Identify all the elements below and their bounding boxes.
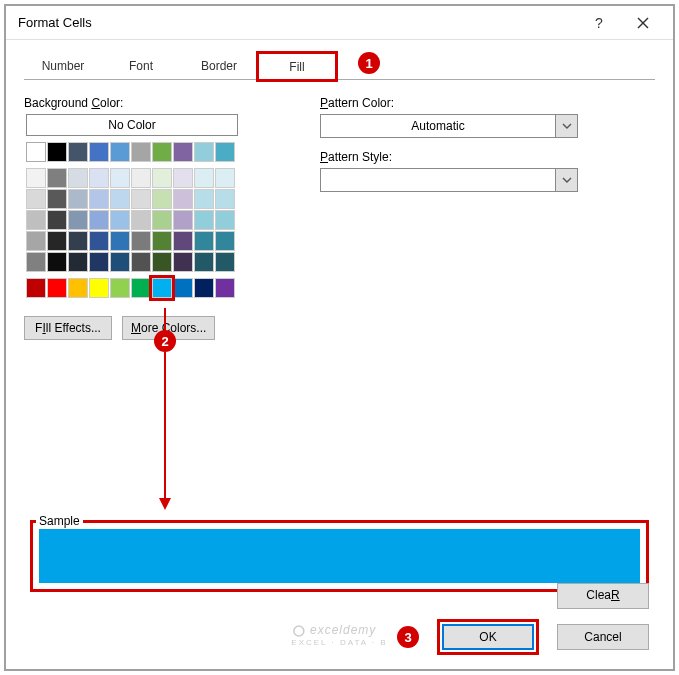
callout-1: 1: [358, 52, 380, 74]
color-swatch[interactable]: [152, 210, 172, 230]
color-swatch[interactable]: [215, 189, 235, 209]
clear-row: CleaR: [557, 583, 649, 609]
color-swatch[interactable]: [47, 210, 67, 230]
color-swatch[interactable]: [68, 210, 88, 230]
pattern-group: Pattern Color: Automatic Pattern Style:: [320, 94, 655, 340]
color-swatch[interactable]: [68, 278, 88, 298]
color-swatch[interactable]: [131, 210, 151, 230]
ok-highlight: OK: [437, 619, 539, 655]
pattern-style-select[interactable]: [320, 168, 578, 192]
color-swatch[interactable]: [152, 278, 172, 298]
tab-fill[interactable]: Fill: [258, 53, 336, 80]
color-swatch[interactable]: [215, 231, 235, 251]
color-swatch[interactable]: [110, 231, 130, 251]
color-swatch[interactable]: [152, 231, 172, 251]
color-swatch[interactable]: [215, 168, 235, 188]
clear-button[interactable]: CleaR: [557, 583, 649, 609]
titlebar: Format Cells ?: [6, 6, 673, 40]
color-swatch[interactable]: [89, 278, 109, 298]
tab-number[interactable]: Number: [24, 52, 102, 79]
color-swatch[interactable]: [194, 189, 214, 209]
color-swatch[interactable]: [68, 168, 88, 188]
background-color-group: Background Color: No Color FIll Effects.…: [24, 94, 284, 340]
color-swatch[interactable]: [173, 142, 193, 162]
color-swatch[interactable]: [152, 189, 172, 209]
callout-2: 2: [154, 330, 176, 352]
tab-font[interactable]: Font: [102, 52, 180, 79]
color-swatch[interactable]: [26, 142, 46, 162]
color-swatch[interactable]: [173, 189, 193, 209]
color-swatch[interactable]: [47, 168, 67, 188]
help-button[interactable]: ?: [577, 9, 621, 37]
color-swatch[interactable]: [68, 231, 88, 251]
color-swatch[interactable]: [26, 210, 46, 230]
color-swatch[interactable]: [173, 252, 193, 272]
color-swatch[interactable]: [131, 231, 151, 251]
color-swatch[interactable]: [26, 168, 46, 188]
color-swatch[interactable]: [131, 142, 151, 162]
color-swatch[interactable]: [89, 210, 109, 230]
fill-panel: Background Color: No Color FIll Effects.…: [24, 94, 655, 340]
cancel-button[interactable]: Cancel: [557, 624, 649, 650]
color-swatch[interactable]: [68, 189, 88, 209]
color-swatch[interactable]: [131, 168, 151, 188]
sample-group: Sample: [30, 506, 649, 592]
color-swatch[interactable]: [89, 168, 109, 188]
color-swatch[interactable]: [194, 168, 214, 188]
color-swatch[interactable]: [89, 142, 109, 162]
color-swatch[interactable]: [194, 278, 214, 298]
color-swatch[interactable]: [173, 210, 193, 230]
color-swatch[interactable]: [26, 189, 46, 209]
color-swatch[interactable]: [47, 231, 67, 251]
color-swatch[interactable]: [173, 231, 193, 251]
color-swatch[interactable]: [173, 168, 193, 188]
pattern-color-value: Automatic: [321, 119, 555, 133]
color-swatch[interactable]: [110, 168, 130, 188]
color-swatch[interactable]: [26, 278, 46, 298]
color-swatch[interactable]: [89, 231, 109, 251]
color-swatch[interactable]: [110, 210, 130, 230]
color-swatch[interactable]: [47, 252, 67, 272]
background-color-label: Background Color:: [24, 96, 284, 110]
fill-effects-button[interactable]: FIll Effects...: [24, 316, 112, 340]
svg-point-2: [293, 626, 303, 636]
chevron-down-icon: [555, 169, 577, 191]
color-swatch[interactable]: [89, 252, 109, 272]
color-swatch[interactable]: [215, 210, 235, 230]
color-swatch[interactable]: [47, 278, 67, 298]
color-swatch[interactable]: [110, 278, 130, 298]
color-swatch[interactable]: [68, 142, 88, 162]
color-swatch[interactable]: [131, 252, 151, 272]
color-swatch[interactable]: [131, 278, 151, 298]
color-swatch[interactable]: [26, 231, 46, 251]
color-swatch[interactable]: [110, 189, 130, 209]
color-swatch[interactable]: [194, 210, 214, 230]
color-swatch[interactable]: [215, 142, 235, 162]
color-swatch[interactable]: [173, 278, 193, 298]
no-color-button[interactable]: No Color: [26, 114, 238, 136]
color-swatch[interactable]: [47, 142, 67, 162]
color-swatch[interactable]: [152, 142, 172, 162]
color-swatch[interactable]: [110, 252, 130, 272]
color-swatch[interactable]: [215, 252, 235, 272]
tab-strip: Number Font Border Fill 1: [24, 52, 655, 80]
color-swatch[interactable]: [215, 278, 235, 298]
color-swatch[interactable]: [194, 231, 214, 251]
color-swatch[interactable]: [131, 189, 151, 209]
logo-icon: [291, 624, 305, 638]
color-swatch[interactable]: [89, 189, 109, 209]
pattern-style-label: Pattern Style:: [320, 150, 655, 164]
tab-border[interactable]: Border: [180, 52, 258, 79]
ok-button[interactable]: OK: [442, 624, 534, 650]
pattern-color-select[interactable]: Automatic: [320, 114, 578, 138]
color-swatch[interactable]: [194, 252, 214, 272]
color-swatch[interactable]: [110, 142, 130, 162]
color-swatch[interactable]: [194, 142, 214, 162]
color-swatch[interactable]: [152, 168, 172, 188]
color-swatch[interactable]: [47, 189, 67, 209]
close-button[interactable]: [621, 9, 665, 37]
theme-colors-row: [26, 142, 284, 162]
color-swatch[interactable]: [26, 252, 46, 272]
color-swatch[interactable]: [152, 252, 172, 272]
color-swatch[interactable]: [68, 252, 88, 272]
